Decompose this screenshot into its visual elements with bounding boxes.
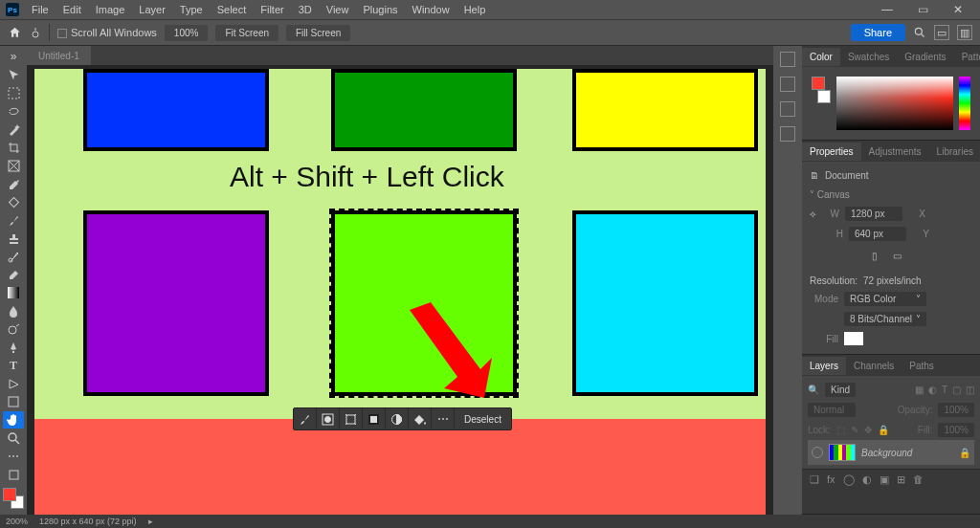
tab-swatches[interactable]: Swatches — [840, 48, 897, 66]
stamp-tool[interactable] — [3, 230, 24, 247]
zoom-100-button[interactable]: 100% — [165, 25, 209, 41]
blend-mode-dropdown[interactable]: Normal — [808, 403, 856, 417]
history-brush-tool[interactable] — [3, 248, 24, 265]
share-button[interactable]: Share — [851, 24, 905, 41]
filter-smart-icon[interactable]: ◫ — [966, 385, 974, 395]
menu-layer[interactable]: Layer — [133, 2, 171, 17]
layer-fill-field[interactable]: 100% — [938, 423, 974, 437]
menu-plugins[interactable]: Plugins — [357, 2, 403, 17]
orient-landscape-icon[interactable]: ▭ — [893, 251, 910, 266]
ctx-mask-icon[interactable] — [317, 408, 340, 429]
search-icon[interactable]: 🔍 — [808, 385, 819, 395]
ctx-transform-icon[interactable] — [340, 408, 363, 429]
collapsed-panel-3[interactable] — [780, 101, 795, 117]
blur-tool[interactable] — [3, 302, 24, 319]
color-field[interactable] — [836, 77, 953, 130]
heal-tool[interactable] — [3, 193, 24, 210]
ctx-adjust-icon[interactable] — [386, 408, 409, 429]
edit-toolbar-icon[interactable] — [3, 466, 24, 483]
filter-image-icon[interactable]: ▦ — [915, 385, 924, 395]
type-tool[interactable]: T — [3, 357, 24, 374]
search-icon[interactable] — [913, 26, 926, 39]
move-tool[interactable] — [3, 66, 24, 83]
path-tool[interactable] — [3, 375, 24, 392]
tool-flyout-icon[interactable] — [30, 27, 41, 38]
adjustment-layer-icon[interactable]: ◐ — [862, 473, 872, 486]
lock-pixels-icon[interactable]: ✎ — [851, 425, 858, 435]
visibility-icon[interactable] — [812, 447, 823, 458]
link-layers-icon[interactable]: ❏ — [810, 473, 819, 486]
lock-position-icon[interactable]: ✥ — [864, 425, 872, 435]
tab-patterns[interactable]: Patterns — [954, 48, 980, 66]
layer-row-background[interactable]: Background 🔒 — [808, 440, 974, 465]
restore-icon[interactable]: ▭ — [912, 1, 934, 18]
menu-file[interactable]: File — [26, 2, 55, 17]
lock-icon[interactable]: 🔒 — [878, 425, 889, 435]
fill-swatch[interactable] — [844, 332, 863, 345]
tab-gradients[interactable]: Gradients — [897, 48, 953, 66]
eraser-tool[interactable] — [3, 266, 24, 283]
tab-paths[interactable]: Paths — [902, 357, 942, 375]
filter-shape-icon[interactable]: ▢ — [952, 385, 961, 395]
menu-view[interactable]: View — [321, 2, 355, 17]
brush-tool[interactable] — [3, 211, 24, 229]
ctx-fill-icon[interactable] — [409, 408, 432, 429]
menu-filter[interactable]: Filter — [255, 2, 289, 17]
eyedropper-tool[interactable] — [3, 175, 24, 192]
tab-channels[interactable]: Channels — [846, 357, 902, 375]
arrange-icon[interactable]: ▥ — [957, 25, 972, 40]
link-icon[interactable]: ⟡ — [810, 209, 816, 220]
menu-edit[interactable]: Edit — [57, 2, 87, 17]
zoom-level[interactable]: 200% — [6, 517, 28, 526]
dodge-tool[interactable] — [3, 320, 24, 338]
fx-icon[interactable]: fx — [827, 473, 835, 486]
new-layer-icon[interactable]: ⊞ — [897, 473, 905, 486]
frame-tool[interactable] — [3, 157, 24, 174]
document-tab[interactable]: Untitled-1 — [27, 46, 91, 65]
tab-layers[interactable]: Layers — [802, 357, 846, 375]
tab-color[interactable]: Color — [802, 48, 840, 66]
tab-properties[interactable]: Properties — [802, 143, 861, 161]
close-icon[interactable]: ✕ — [947, 1, 969, 18]
hue-slider[interactable] — [959, 77, 970, 130]
canvas-width-field[interactable]: 1280 px — [845, 207, 902, 221]
menu-type[interactable]: Type — [174, 2, 209, 17]
color-panel-swatch[interactable] — [812, 77, 831, 103]
fill-screen-button[interactable]: Fill Screen — [286, 25, 350, 41]
menu-3d[interactable]: 3D — [293, 2, 318, 17]
collapsed-panel-4[interactable] — [780, 126, 795, 142]
filter-adjust-icon[interactable]: ◐ — [928, 385, 937, 395]
mode-dropdown[interactable]: RGB Color˅ — [844, 292, 926, 306]
pen-tool[interactable] — [3, 339, 24, 356]
filter-type-icon[interactable]: T — [942, 385, 947, 395]
lasso-tool[interactable] — [3, 102, 24, 120]
ctx-more-icon[interactable]: ⋯ — [432, 408, 455, 429]
home-icon[interactable] — [8, 26, 22, 39]
menu-help[interactable]: Help — [458, 2, 492, 17]
ctx-brush-icon[interactable] — [294, 408, 317, 429]
collapsed-panel-1[interactable] — [780, 52, 795, 67]
hand-tool[interactable] — [3, 411, 24, 429]
lock-all-icon[interactable]: ⬚ — [836, 425, 845, 435]
collapsed-panel-2[interactable] — [780, 77, 795, 92]
crop-tool[interactable] — [3, 139, 24, 156]
layer-filter-dropdown[interactable]: Kind — [825, 383, 856, 397]
ctx-invert-icon[interactable] — [363, 408, 386, 429]
fit-screen-button[interactable]: Fit Screen — [215, 25, 278, 41]
tab-adjustments[interactable]: Adjustments — [861, 143, 929, 161]
tab-libraries[interactable]: Libraries — [929, 143, 980, 161]
gradient-tool[interactable] — [3, 284, 24, 301]
mask-icon[interactable]: ◯ — [843, 473, 855, 486]
prop-canvas-heading[interactable]: ˅ Canvas — [810, 189, 972, 200]
more-tools-icon[interactable]: ⋯ — [3, 448, 24, 465]
color-swatches[interactable] — [3, 488, 24, 509]
collapse-icon[interactable]: » — [3, 48, 24, 65]
menu-window[interactable]: Window — [407, 2, 456, 17]
chevron-right-icon[interactable]: ▸ — [148, 517, 153, 526]
scroll-all-checkbox[interactable]: Scroll All Windows — [57, 27, 157, 38]
zoom-tool[interactable] — [3, 429, 24, 447]
orient-portrait-icon[interactable]: ▯ — [872, 251, 889, 266]
bits-dropdown[interactable]: 8 Bits/Channel˅ — [844, 312, 926, 326]
minimize-icon[interactable]: — — [876, 1, 899, 18]
shape-tool[interactable] — [3, 393, 24, 410]
